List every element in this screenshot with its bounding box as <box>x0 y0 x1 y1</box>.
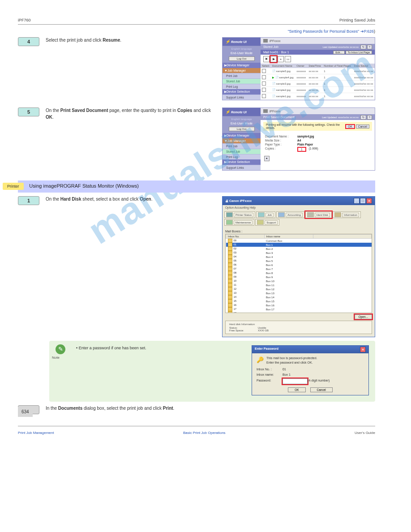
tab-support[interactable]: Support <box>255 219 279 226</box>
header-link[interactable]: "Setting Passwords for Personal Boxes" ➔… <box>288 29 374 34</box>
tab-hard-disk[interactable]: Hard Disk <box>305 211 332 218</box>
list-item[interactable]: 04Box 4 <box>226 255 372 259</box>
scroll-up-icon[interactable]: ▴ <box>264 156 270 161</box>
list-item[interactable]: 11Box 11 <box>226 283 372 287</box>
table-row[interactable]: 📄 sample5.jpgxxxxxxxxx:xx:xx1xxxx/xx/xx … <box>261 68 375 74</box>
open-button[interactable]: Open... <box>355 314 372 319</box>
nav-device-selection[interactable]: ▶Device Selection <box>223 89 261 94</box>
row-checkbox[interactable] <box>262 94 266 98</box>
footer-right: User's Guide <box>355 431 375 435</box>
delete-icon[interactable]: ✖ <box>263 56 270 62</box>
help-button[interactable]: ? <box>367 115 372 120</box>
refresh-button[interactable]: ↻ <box>360 115 366 120</box>
row-checkbox[interactable] <box>262 82 266 86</box>
crumb: iPFxxxx <box>270 39 281 43</box>
storedjob-title: Stored Job <box>263 45 278 48</box>
table-row[interactable]: 📄 sample3.jpgxxxxxxxxx:xx:xx1xxxx/xx/xx … <box>261 81 375 87</box>
mode-label: End-User Mode <box>223 51 261 55</box>
list-item[interactable]: 13Box 13 <box>226 291 372 295</box>
tab-accounting[interactable]: Accounting <box>276 211 304 218</box>
nav-stored-job[interactable]: Stored Job <box>223 78 261 84</box>
nav-print-job[interactable]: Print Job <box>223 73 261 78</box>
language-label: English language <box>223 46 261 51</box>
footer-mid[interactable]: Basic Print Job Operations <box>183 431 226 435</box>
row-checkbox[interactable] <box>262 75 266 79</box>
list-item[interactable]: 08Box 8 <box>226 271 372 275</box>
note-text: Enter a password if one has been set. <box>79 346 146 350</box>
ok-button[interactable]: OK <box>345 124 355 129</box>
printer-icon <box>263 39 268 43</box>
nav-print-log[interactable]: Print Log <box>223 84 261 89</box>
list-item[interactable]: 16Box 16 <box>226 303 372 307</box>
ok-button[interactable]: OK <box>288 387 305 392</box>
list-item[interactable]: 12Box 12 <box>226 287 372 291</box>
maximize-icon[interactable]: □ <box>360 198 366 204</box>
note-label: Note <box>52 355 60 360</box>
pwd-title: Enter Password <box>255 347 278 352</box>
tab-printer-status[interactable]: Printer Status <box>224 211 255 218</box>
close-icon[interactable]: × <box>366 198 372 204</box>
hd-info-title: Hard disk Information <box>229 323 368 326</box>
page-number: 634 <box>18 407 33 417</box>
section-title: Using imagePROGRAF Status Monitor (Windo… <box>29 183 139 189</box>
list-item[interactable]: 01Box 1 <box>226 243 372 247</box>
list-item[interactable]: 07Box 7 <box>226 267 372 271</box>
list-item[interactable]: 05Box 5 <box>226 259 372 263</box>
top-rule <box>18 24 375 25</box>
logout-button[interactable]: Log Out <box>229 56 255 61</box>
remoteui-stored-job: ⚡Remote UI English language End-User Mod… <box>222 37 375 100</box>
resume-icon[interactable]: ▶ <box>270 56 277 62</box>
sm-app-icon: 🖨 <box>225 199 228 202</box>
other-icon[interactable]: ▭ <box>285 56 291 62</box>
prev-icon[interactable]: » <box>278 56 284 62</box>
note-icon <box>56 344 65 354</box>
list-item[interactable]: 02Box 2 <box>226 247 372 251</box>
sm-menu[interactable]: Option Accounting Help <box>223 205 375 210</box>
nav-device-manager[interactable]: ▶Device Manager <box>223 63 261 68</box>
last-updated: Last Updated xxxx/xx/xx xx:xx:xx ↻? <box>323 45 372 48</box>
step4-badge: 4 <box>18 37 39 46</box>
step4-text: Select the print job and click Resume. <box>46 37 214 44</box>
list-item[interactable]: 06Box 6 <box>226 263 372 267</box>
tab-job[interactable]: Job <box>256 211 275 218</box>
list-item[interactable]: 14Box 14 <box>226 295 372 299</box>
list-item[interactable]: 00Common Box <box>226 239 372 243</box>
printer-icon <box>263 109 268 113</box>
logout-button[interactable]: Log Out <box>229 127 255 131</box>
list-item[interactable]: 09Box 9 <box>226 275 372 279</box>
close-icon[interactable]: × <box>360 347 366 352</box>
footer-left[interactable]: Print Job Management <box>18 431 54 435</box>
cancel-button[interactable]: Cancel <box>310 387 333 392</box>
tab-maintenance[interactable]: Maintenance <box>224 219 254 226</box>
header-right: Printing Saved Jobs <box>339 18 375 22</box>
cancel-button[interactable]: Cancel <box>356 124 369 129</box>
list-item[interactable]: 03Box 3 <box>226 251 372 255</box>
sm-title: Canon iPFxxxx <box>229 199 252 202</box>
table-row[interactable]: 📄 sample2.jpgxxxxxxxxx:xx:xx1xxxx/xx/xx … <box>261 87 375 93</box>
step1-text: On the Hard Disk sheet, select a box and… <box>46 196 214 203</box>
list-item[interactable]: 17Box 17 <box>226 307 372 311</box>
to-list-button[interactable]: To Inbox List Page <box>346 51 372 54</box>
mailbox-title: Mail box01 : Box 1 <box>263 51 289 54</box>
nav-job-manager[interactable]: ▼Job Manager <box>223 68 261 73</box>
list-item[interactable]: 10Box 10 <box>226 279 372 283</box>
remoteui-logo: ⚡Remote UI <box>223 38 261 46</box>
edit-button[interactable]: Edit... <box>333 51 344 54</box>
list-item[interactable]: 15Box 15 <box>226 299 372 303</box>
refresh-button[interactable]: ↻ <box>360 45 366 49</box>
psd-title: Print Saved Document <box>263 116 295 119</box>
tab-information[interactable]: Information <box>333 211 361 218</box>
table-row[interactable]: ▶ 📄 sample4.jpgxxxxxxxxx:xx:xx1xxxx/xx/x… <box>261 74 375 81</box>
step1-badge: 1 <box>18 196 39 205</box>
help-button[interactable]: ? <box>367 45 372 49</box>
minimize-icon[interactable]: _ <box>354 198 360 204</box>
row-checkbox[interactable] <box>262 88 266 92</box>
copies-input[interactable]: 1 <box>297 147 306 152</box>
status-monitor-window: 🖨 Canon iPFxxxx _□× Option Accounting He… <box>222 196 375 337</box>
password-input[interactable] <box>283 378 308 384</box>
remoteui-logo: ⚡Remote UI <box>223 108 261 116</box>
row-checkbox[interactable] <box>262 69 266 73</box>
mailboxes-label: Mail Boxes : <box>225 230 372 233</box>
nav-support-links[interactable]: Support Links <box>223 94 261 100</box>
table-row[interactable]: 📄 sample1.jpgxxxxxxxxx:xx:xx1xxxx/xx/xx … <box>261 93 375 99</box>
